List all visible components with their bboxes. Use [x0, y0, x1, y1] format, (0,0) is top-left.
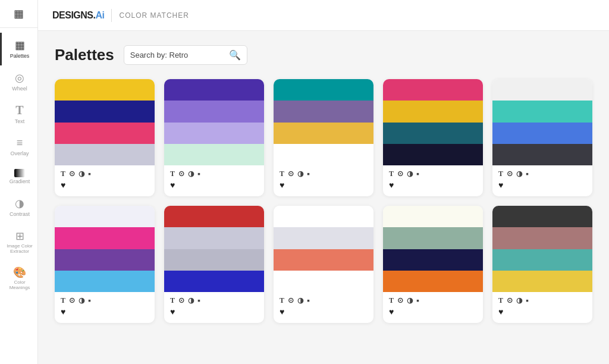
circle-action[interactable]: ⊙: [288, 170, 294, 178]
palette-card: T⊙◑▪♥: [383, 79, 483, 196]
text-action[interactable]: T: [170, 170, 175, 178]
circle-action[interactable]: ⊙: [507, 296, 513, 305]
color-swatch: [164, 123, 264, 144]
sidebar-item-text[interactable]: T Text: [0, 98, 37, 131]
half-circle-action[interactable]: ◑: [79, 170, 84, 178]
favorite-button[interactable]: ♥: [61, 307, 65, 316]
sidebar-item-color-meanings[interactable]: 🎨 Color Meanings: [0, 260, 37, 297]
half-circle-action[interactable]: ◑: [79, 296, 84, 305]
favorite-button[interactable]: ♥: [389, 307, 394, 316]
text-action[interactable]: T: [61, 296, 65, 305]
search-input[interactable]: [130, 51, 225, 59]
brand-area: DESIGNS.Ai COLOR MATCHER: [52, 9, 189, 22]
sidebar-item-image-color[interactable]: ⊞ Image Color Extractor: [0, 224, 37, 261]
half-circle-action[interactable]: ◑: [516, 170, 522, 178]
half-circle-action[interactable]: ◑: [297, 170, 303, 178]
half-circle-action[interactable]: ◑: [407, 170, 413, 178]
favorite-button[interactable]: ♥: [498, 307, 503, 316]
sidebar-item-overlay[interactable]: ≡ Overlay: [0, 130, 37, 163]
square-action[interactable]: ▪: [307, 296, 310, 305]
sidebar-item-palettes[interactable]: ▦ Palettes: [0, 33, 37, 65]
circle-action[interactable]: ⊙: [288, 296, 294, 305]
color-swatch: [492, 101, 592, 122]
half-circle-action[interactable]: ◑: [297, 296, 303, 305]
color-swatch: [55, 123, 155, 144]
favorite-button[interactable]: ♥: [170, 307, 175, 316]
content-area: Palettes 🔍 T⊙◑▪♥T⊙◑▪♥T⊙◑▪♥T⊙◑▪♥T⊙◑▪♥T⊙◑▪…: [38, 31, 609, 364]
color-swatch: [274, 123, 373, 144]
page-header: Palettes 🔍: [55, 45, 592, 65]
sidebar: ▦ ▦ Palettes ◎ Wheel T Text ≡ Overlay Gr…: [0, 0, 38, 364]
sidebar-item-wheel[interactable]: ◎ Wheel: [0, 65, 37, 98]
sidebar-item-contrast[interactable]: ◑ Contrast: [0, 191, 37, 224]
wheel-icon: ◎: [13, 71, 26, 84]
favorite-button[interactable]: ♥: [389, 180, 394, 190]
text-action[interactable]: T: [61, 170, 65, 178]
palette-grid: T⊙◑▪♥T⊙◑▪♥T⊙◑▪♥T⊙◑▪♥T⊙◑▪♥T⊙◑▪♥T⊙◑▪♥T⊙◑▪♥…: [55, 79, 592, 323]
half-circle-action[interactable]: ◑: [516, 296, 522, 305]
color-swatch: [383, 101, 483, 122]
square-action[interactable]: ▪: [197, 169, 200, 178]
search-icon[interactable]: 🔍: [229, 49, 241, 61]
circle-action[interactable]: ⊙: [69, 296, 75, 305]
palette-swatches: [274, 206, 373, 292]
color-swatch: [492, 227, 592, 249]
sidebar-nav: ▦ Palettes ◎ Wheel T Text ≡ Overlay Grad…: [0, 28, 37, 302]
color-swatch: [164, 144, 264, 165]
square-action[interactable]: ▪: [416, 169, 419, 178]
favorite-button[interactable]: ♥: [280, 180, 284, 190]
favorite-button[interactable]: ♥: [498, 180, 503, 190]
palette-actions: T⊙◑▪: [492, 292, 592, 305]
square-action[interactable]: ▪: [526, 169, 529, 178]
circle-action[interactable]: ⊙: [178, 170, 184, 178]
palette-footer: ♥: [492, 178, 592, 190]
palette-actions: T⊙◑▪: [55, 292, 155, 305]
text-action[interactable]: T: [170, 296, 175, 305]
text-action[interactable]: T: [498, 296, 503, 305]
text-action[interactable]: T: [389, 170, 394, 178]
color-meanings-icon: 🎨: [13, 266, 26, 279]
square-action[interactable]: ▪: [416, 296, 419, 305]
circle-action[interactable]: ⊙: [397, 170, 403, 178]
square-action[interactable]: ▪: [88, 296, 91, 305]
color-swatch: [164, 79, 264, 101]
palette-swatches: [383, 79, 483, 165]
circle-action[interactable]: ⊙: [178, 296, 184, 305]
top-header: DESIGNS.Ai COLOR MATCHER: [38, 0, 609, 31]
favorite-button[interactable]: ♥: [170, 180, 175, 190]
palette-swatches: [492, 206, 592, 292]
gradient-icon: [14, 169, 25, 177]
palette-footer: ♥: [274, 305, 373, 317]
text-action[interactable]: T: [280, 296, 284, 305]
favorite-button[interactable]: ♥: [280, 307, 284, 316]
text-action[interactable]: T: [280, 170, 284, 178]
square-action[interactable]: ▪: [88, 169, 91, 178]
square-action[interactable]: ▪: [526, 296, 529, 305]
color-swatch: [492, 206, 592, 227]
text-action[interactable]: T: [498, 170, 503, 178]
palette-actions: T⊙◑▪: [492, 165, 592, 178]
palette-card: T⊙◑▪♥: [492, 206, 592, 323]
half-circle-action[interactable]: ◑: [188, 296, 194, 305]
text-action[interactable]: T: [389, 296, 394, 305]
color-swatch: [492, 79, 592, 101]
logo-area: ▦: [0, 0, 37, 28]
color-swatch: [164, 227, 264, 249]
sidebar-label-color-meanings: Color Meanings: [4, 280, 35, 291]
color-matcher-label: COLOR MATCHER: [119, 11, 189, 20]
sidebar-item-gradient[interactable]: Gradient: [0, 163, 37, 191]
palette-footer: ♥: [55, 178, 155, 190]
square-action[interactable]: ▪: [197, 296, 200, 305]
circle-action[interactable]: ⊙: [507, 170, 513, 178]
circle-action[interactable]: ⊙: [397, 296, 403, 305]
half-circle-action[interactable]: ◑: [188, 170, 194, 178]
square-action[interactable]: ▪: [307, 169, 310, 178]
half-circle-action[interactable]: ◑: [407, 296, 413, 305]
color-swatch: [383, 123, 483, 144]
search-bar[interactable]: 🔍: [124, 45, 247, 65]
color-swatch: [55, 227, 155, 249]
circle-action[interactable]: ⊙: [69, 170, 75, 178]
favorite-button[interactable]: ♥: [61, 180, 65, 190]
palette-footer: ♥: [383, 178, 483, 190]
overlay-icon: ≡: [13, 136, 26, 149]
